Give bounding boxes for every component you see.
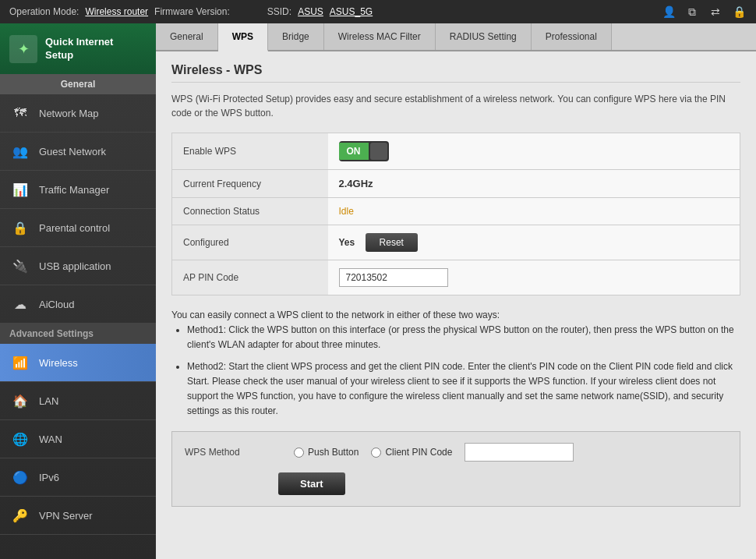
firmware-label: Firmware Version: — [154, 6, 230, 17]
methods-intro: You can easily connect a WPS client to t… — [171, 308, 740, 323]
aicloud-icon: ☁ — [9, 293, 31, 315]
sidebar: ✦ Quick InternetSetup General 🗺 Network … — [0, 23, 156, 559]
tab-bar: General WPS Bridge Wireless MAC Filter R… — [156, 23, 756, 51]
copy-icon[interactable]: ⧉ — [684, 4, 700, 19]
configured-value: Yes Reset — [328, 225, 740, 260]
page-title: Wireless - WPS — [171, 63, 740, 83]
tab-bridge[interactable]: Bridge — [268, 23, 324, 50]
advanced-settings-title: Advanced Settings — [0, 324, 156, 344]
client-pin-code-label: Client PIN Code — [385, 447, 452, 458]
enable-wps-label: Enable WPS — [172, 133, 328, 170]
description: WPS (Wi-Fi Protected Setup) provides eas… — [171, 92, 740, 120]
wps-toggle[interactable]: ON — [339, 141, 389, 161]
method2-item: Method2: Start the client WPS process an… — [187, 359, 740, 419]
client-pin-code-option[interactable]: Client PIN Code — [371, 447, 452, 458]
radio-group: Push Button Client PIN Code — [294, 443, 574, 462]
tab-radius-setting[interactable]: RADIUS Setting — [436, 23, 532, 50]
lock-icon[interactable]: 🔒 — [731, 4, 747, 19]
ap-pin-code-value — [328, 260, 740, 295]
connection-status-label: Connection Status — [172, 198, 328, 225]
start-button[interactable]: Start — [278, 472, 345, 495]
aicloud-label: AiCloud — [39, 299, 75, 310]
parental-control-label: Parental control — [39, 222, 110, 234]
configured-label: Configured — [172, 225, 328, 260]
guest-network-label: Guest Network — [39, 146, 106, 157]
wireless-label: Wireless — [39, 357, 78, 369]
ipv6-label: IPv6 — [39, 472, 59, 483]
push-button-radio[interactable] — [294, 448, 304, 458]
methods-section: You can easily connect a WPS client to t… — [171, 308, 740, 419]
usb-application-label: USB application — [39, 260, 111, 272]
general-section-title: General — [0, 74, 156, 94]
ap-pin-code-input[interactable] — [339, 268, 448, 287]
sidebar-item-traffic-manager[interactable]: 📊 Traffic Manager — [0, 171, 156, 209]
toggle-knob — [370, 143, 387, 160]
sidebar-item-lan[interactable]: 🏠 LAN — [0, 382, 156, 420]
client-pin-code-radio[interactable] — [371, 448, 381, 458]
parental-control-icon: 🔒 — [9, 217, 31, 239]
sidebar-logo[interactable]: ✦ Quick InternetSetup — [0, 23, 156, 74]
traffic-manager-icon: 📊 — [9, 179, 31, 200]
wps-method-label: WPS Method — [185, 447, 278, 458]
wan-icon: 🌐 — [9, 428, 31, 450]
sidebar-item-wireless[interactable]: 📶 Wireless — [0, 344, 156, 382]
ap-pin-code-row: AP PIN Code — [172, 260, 740, 295]
enable-wps-value: ON — [328, 133, 740, 170]
top-bar: Operation Mode: Wireless router Firmware… — [0, 0, 756, 23]
tab-general[interactable]: General — [156, 23, 218, 50]
traffic-manager-label: Traffic Manager — [39, 184, 109, 196]
vpn-server-label: VPN Server — [39, 510, 93, 522]
ipv6-icon: 🔵 — [9, 466, 31, 488]
user-icon[interactable]: 👤 — [661, 4, 677, 19]
guest-network-icon: 👥 — [9, 140, 31, 162]
main-content: General WPS Bridge Wireless MAC Filter R… — [156, 23, 756, 559]
usb-application-icon: 🔌 — [9, 255, 31, 277]
sidebar-item-ipv6[interactable]: 🔵 IPv6 — [0, 458, 156, 497]
logo-icon: ✦ — [9, 35, 37, 63]
lan-label: LAN — [39, 395, 58, 407]
sidebar-item-wan[interactable]: 🌐 WAN — [0, 420, 156, 458]
network-map-icon: 🗺 — [9, 102, 31, 124]
tab-wps[interactable]: WPS — [218, 23, 268, 51]
operation-mode-link[interactable]: Wireless router — [85, 6, 148, 17]
network-map-label: Network Map — [39, 108, 99, 119]
lan-icon: 🏠 — [9, 390, 31, 412]
current-frequency-row: Current Frequency 2.4GHz — [172, 170, 740, 198]
push-button-option[interactable]: Push Button — [294, 447, 359, 458]
wps-method-row: WPS Method Push Button Client PIN Code — [185, 443, 727, 462]
toggle-on-label: ON — [339, 143, 369, 160]
top-bar-icons: 👤 ⧉ ⇄ 🔒 — [661, 4, 747, 19]
reset-button[interactable]: Reset — [366, 233, 418, 252]
tab-wireless-mac-filter[interactable]: Wireless MAC Filter — [324, 23, 436, 50]
wan-label: WAN — [39, 433, 62, 445]
wps-method-area: WPS Method Push Button Client PIN Code — [171, 431, 740, 507]
method1-item: Method1: Click the WPS button on this in… — [187, 323, 740, 352]
sidebar-item-parental-control[interactable]: 🔒 Parental control — [0, 209, 156, 247]
operation-mode-label: Operation Mode: — [9, 6, 79, 17]
sidebar-item-network-map[interactable]: 🗺 Network Map — [0, 94, 156, 133]
start-row: Start — [278, 469, 727, 495]
content-area: Wireless - WPS WPS (Wi-Fi Protected Setu… — [156, 51, 756, 559]
ssid-asus-link[interactable]: ASUS — [298, 6, 323, 17]
connection-status-row: Connection Status Idle — [172, 198, 740, 225]
tab-professional[interactable]: Professional — [532, 23, 612, 50]
settings-table: Enable WPS ON Current Frequency 2.4GHz — [171, 133, 740, 295]
ap-pin-code-label: AP PIN Code — [172, 260, 328, 295]
ssid-5g-link[interactable]: ASUS_5G — [330, 6, 373, 17]
wireless-icon: 📶 — [9, 352, 31, 373]
sidebar-item-aicloud[interactable]: ☁ AiCloud — [0, 285, 156, 324]
ssid-label: SSID: — [267, 6, 291, 17]
sidebar-item-usb-application[interactable]: 🔌 USB application — [0, 247, 156, 285]
share-icon[interactable]: ⇄ — [708, 4, 723, 19]
current-frequency-label: Current Frequency — [172, 170, 328, 198]
current-frequency-value: 2.4GHz — [328, 170, 740, 198]
client-pin-code-input[interactable] — [465, 443, 574, 462]
logo-text: Quick InternetSetup — [45, 36, 113, 62]
configured-row: Configured Yes Reset — [172, 225, 740, 260]
push-button-label: Push Button — [308, 447, 359, 458]
sidebar-item-vpn-server[interactable]: 🔑 VPN Server — [0, 497, 156, 535]
vpn-server-icon: 🔑 — [9, 504, 31, 526]
enable-wps-row: Enable WPS ON — [172, 133, 740, 170]
connection-status-value: Idle — [328, 198, 740, 225]
sidebar-item-guest-network[interactable]: 👥 Guest Network — [0, 133, 156, 171]
